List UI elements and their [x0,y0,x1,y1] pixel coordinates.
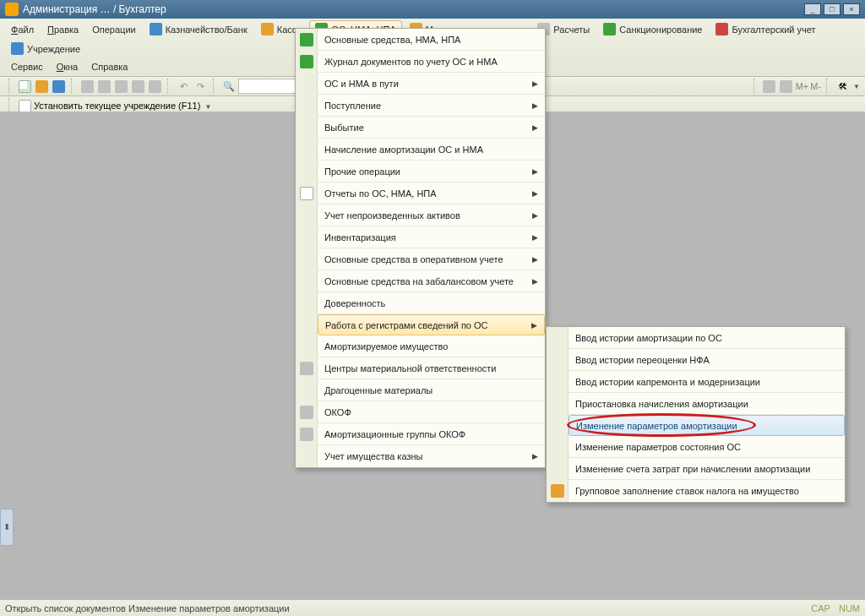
item-label: Ввод истории переоценки НФА [575,355,710,365]
cut-icon[interactable] [79,79,95,94]
submenu-arrow-icon: ▶ [531,321,537,330]
menu-item-12[interactable]: Доверенность [318,292,545,314]
save-icon[interactable] [51,79,66,94]
search-icon[interactable]: 🔍 [221,79,237,94]
menu-item-3[interactable]: Поступление▶ [318,95,545,117]
item-label: Журнал документов по учету ОС и НМА [324,57,498,67]
undo-icon[interactable]: ↶ [176,79,191,94]
submenu-item-0[interactable]: Ввод истории амортизации по ОС [569,327,845,349]
new-doc-icon[interactable] [17,79,32,94]
page-icon [300,187,313,200]
item-label: Инвентаризация [324,232,396,243]
submenu-item-3[interactable]: Приостановка начисления амортизации [569,393,845,415]
menu-label: Окна [57,62,79,72]
item-label: Отчеты по ОС, НМА, НПА [324,188,437,199]
submenu-arrow-icon: ▶ [532,167,538,176]
menu-item-11[interactable]: Основные средства на забалансовом учете▶ [318,270,545,292]
paste-icon[interactable] [113,79,128,94]
submenu-arrow-icon: ▶ [532,277,538,286]
status-num: NUM [839,603,860,613]
submenu-item-5[interactable]: Изменение параметров состояния ОС [569,436,845,458]
item-label: ОКОФ [324,407,351,417]
book-icon [300,55,313,68]
close-button[interactable]: × [843,3,860,15]
abacus-icon [715,23,728,35]
copy-icon[interactable] [96,79,112,94]
menu-item-18[interactable]: Амортизационные группы ОКОФ [318,423,545,445]
submenu-registers: Ввод истории амортизации по ОСВвод истор… [546,326,846,503]
menu-label: Справка [91,62,128,72]
item-label: Работа с регистрами сведений по ОС [325,320,488,330]
maximize-button[interactable]: □ [824,3,841,15]
status-hint: Открыть список документов Изменение пара… [5,603,290,613]
menu-санкционирование[interactable]: Санкционирование [597,20,708,38]
mplus-button[interactable]: M+ [796,81,809,91]
menu-сервис[interactable]: Сервис [5,59,49,74]
menu-item-13[interactable]: Работа с регистрами сведений по ОС▶ [318,314,545,335]
menu-label: Сервис [11,62,43,72]
open-icon[interactable] [34,79,49,94]
menu-item-2[interactable]: ОС и НМА в пути▶ [318,73,545,95]
menu-учреждение[interactable]: Учреждение [5,40,86,57]
chevron-down-icon: ▼ [204,103,211,111]
menu-item-15[interactable]: Центры материальной ответственности [318,357,545,379]
menu-label: Учреждение [27,44,80,54]
menu-item-14[interactable]: Амортизируемое имущество [318,335,545,357]
grid-icon [300,406,313,419]
menu-item-19[interactable]: Учет имущества казны▶ [318,445,545,467]
shield-icon [603,23,616,35]
clone-icon[interactable] [130,79,145,94]
menu-казначейство-банк[interactable]: Казначейство/Банк [144,20,253,38]
menu-item-5[interactable]: Начисление амортизации ОС и НМА [318,139,545,161]
submenu-item-4[interactable]: Изменение параметров амортизации [569,415,845,436]
item-label: Основные средства на забалансовом учете [324,276,514,286]
submenu-item-6[interactable]: Изменение счета затрат при начислении ам… [569,458,845,480]
menu-item-7[interactable]: Отчеты по ОС, НМА, НПА▶ [318,183,545,204]
submenu-item-1[interactable]: Ввод истории переоценки НФА [569,349,845,371]
submenu-arrow-icon: ▶ [532,452,538,461]
menu-item-8[interactable]: Учет непроизведенных активов▶ [318,204,545,226]
menu-item-9[interactable]: Инвентаризация▶ [318,226,545,248]
status-cap: CAP [811,603,830,613]
item-label: Групповое заполнение ставок налога на им… [575,486,799,496]
menu-item-0[interactable]: Основные средства, НМА, НПА [318,29,545,51]
print-icon[interactable] [147,79,162,94]
item-label: Ввод истории амортизации по ОС [575,333,722,343]
mminus-button[interactable]: M- [810,81,821,91]
minimize-button[interactable]: _ [804,3,821,15]
menu-label: Правка [47,25,79,35]
submenu-arrow-icon: ▶ [532,255,538,264]
menu-item-6[interactable]: Прочие операции▶ [318,161,545,183]
calc-icon[interactable] [762,79,777,94]
menu-справка[interactable]: Справка [85,59,133,74]
menu-label: Расчеты [553,25,590,35]
item-label: Прочие операции [324,166,400,177]
menu-бухгалтерский-учет[interactable]: Бухгалтерский учет [710,20,821,38]
calendar-icon[interactable] [779,79,794,94]
menu-item-1[interactable]: Журнал документов по учету ОС и НМА [318,51,545,73]
side-handle[interactable]: ⬍ [0,509,14,546]
tools-icon[interactable]: 🛠 [835,79,850,94]
menu-окна[interactable]: Окна [51,59,84,74]
item-label: Изменение счета затрат при начислении ам… [575,464,810,474]
menu-label: Файл [11,25,34,35]
menu-правка[interactable]: Правка [41,22,84,37]
redo-icon[interactable]: ↷ [193,79,208,94]
menu-файл[interactable]: Файл [5,22,40,37]
menu-item-10[interactable]: Основные средства в оперативном учете▶ [318,248,545,270]
menu-item-17[interactable]: ОКОФ [318,401,545,423]
tools-dropdown-icon[interactable]: ▼ [853,83,860,90]
arrow-up-icon: ⬍ [3,523,10,532]
menu-операции[interactable]: Операции [86,22,141,37]
item-label: Основные средства, НМА, НПА [324,35,460,45]
building-icon [11,42,24,55]
key-icon [551,484,564,498]
item-label: Начисление амортизации ОС и НМА [324,144,483,155]
submenu-item-7[interactable]: Групповое заполнение ставок налога на им… [569,480,845,502]
menu-item-16[interactable]: Драгоценные материалы [318,379,545,401]
menu-item-4[interactable]: Выбытие▶ [318,117,545,139]
set-institution-button[interactable]: Установить текущее учреждение (F11) ▼ [34,101,211,111]
submenu-item-2[interactable]: Ввод истории капремонта и модернизации [569,371,845,393]
item-label: Драгоценные материалы [324,385,432,395]
item-label: Доверенность [324,298,385,308]
